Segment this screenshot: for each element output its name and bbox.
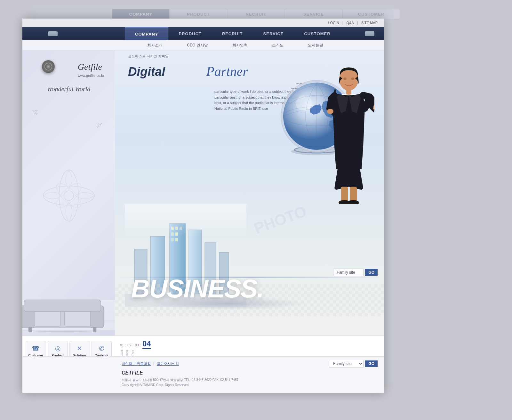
scroll-decor-left <box>48 31 58 36</box>
contents-icon: ✆ <box>99 344 104 352</box>
footer-address-text: 서울시 강남구 신사동 590-17번지 백승빌딩 TEL: 02-3446-8… <box>122 378 238 382</box>
footer-family-site-select[interactable]: Family site <box>329 360 364 368</box>
svg-point-47 <box>348 200 359 204</box>
sofa-area <box>22 294 115 335</box>
footer-go-button[interactable]: GO <box>365 360 378 367</box>
svg-point-4 <box>53 180 84 212</box>
svg-point-1 <box>43 186 94 205</box>
hero-digital-text: Digital <box>128 65 165 79</box>
num-sep-1: : <box>125 343 126 347</box>
family-site-bar: Family site GO <box>334 269 378 276</box>
bird-2: 🕊 <box>96 122 102 128</box>
sidebar-camera <box>42 60 55 73</box>
num-tab-03[interactable]: 03 <box>135 343 139 347</box>
footer-address: 서울시 강남구 신사동 590-17번지 백승빌딩 TEL: 02-3446-8… <box>122 377 378 388</box>
nav-company[interactable]: COMPANY <box>125 27 168 40</box>
solution-icon: ✕ <box>77 344 82 352</box>
sidebar-logo: Getfile <box>71 55 108 75</box>
svg-point-40 <box>343 77 347 80</box>
business-woman <box>320 60 378 204</box>
main-divider <box>115 277 384 278</box>
hero-heading: Digital Partner <box>128 60 248 79</box>
svg-rect-21 <box>171 238 174 241</box>
sidebar-logo-url: www.getfile.co.kr <box>71 74 108 77</box>
sub-nav: 회사소개 CEO 인사말 회사연혁 조직도 오시는길 <box>22 40 384 51</box>
sep1: | <box>342 21 343 25</box>
footer-link-privacy[interactable]: 개인정보 취급방침 <box>122 361 151 366</box>
footer-link-directions[interactable]: 찾아오시는 길 <box>157 361 179 366</box>
subnav-org[interactable]: 조직도 <box>269 41 286 49</box>
subnav-history[interactable]: 회사연혁 <box>230 41 250 49</box>
nav-recruit[interactable]: RECRUIT <box>212 27 253 40</box>
customer-icon: ☎ <box>32 344 40 352</box>
footer-family-site: Family site GO <box>329 360 378 368</box>
footer-link-sep: | <box>153 361 154 366</box>
num-sep-3: : <box>140 343 141 347</box>
subnav-company-intro[interactable]: 회사소개 <box>145 41 165 49</box>
svg-rect-42 <box>346 89 351 95</box>
scroll-decor-right <box>365 31 374 36</box>
sidebar-floral: 🕊 🕊 <box>22 96 115 295</box>
num-tab-04[interactable]: 04 <box>142 339 151 349</box>
svg-point-38 <box>296 95 312 111</box>
hero-korean-title: 필드베스트 디자인 계획일 <box>128 54 169 59</box>
num-tab-02[interactable]: 02 <box>127 343 131 347</box>
login-link[interactable]: LOGIN <box>328 21 339 25</box>
main-nav: COMPANY PRODUCT RECRUIT SERVICE CUSTOMER <box>22 27 384 40</box>
sitemap-link[interactable]: SITE MAP <box>361 21 378 25</box>
family-site-select[interactable]: Family site <box>334 269 364 276</box>
svg-point-2 <box>64 191 74 200</box>
footer: 개인정보 취급방침 | 찾아오시는 길 Family site GO GETFI… <box>22 356 384 393</box>
num-tab-01[interactable]: 01 <box>120 343 124 347</box>
svg-rect-12 <box>93 327 96 332</box>
svg-rect-10 <box>24 300 101 311</box>
nav-customer[interactable]: CUSTOMER <box>294 27 340 40</box>
nav-product[interactable]: PRODUCT <box>168 27 212 40</box>
platform-oval <box>147 297 307 310</box>
svg-rect-11 <box>28 327 32 332</box>
product-icon: ◎ <box>55 344 60 352</box>
svg-point-3 <box>53 180 84 212</box>
utility-bar: LOGIN | Q&A | SITE MAP <box>22 19 384 27</box>
svg-point-0 <box>59 170 78 221</box>
num-sep-2: : <box>133 343 134 347</box>
qa-link[interactable]: Q&A <box>347 21 354 25</box>
subnav-ceo[interactable]: CEO 인사말 <box>184 41 210 49</box>
svg-rect-22 <box>175 238 178 241</box>
sidebar-wonderful-world: Wonderful World <box>22 82 115 96</box>
sidebar: Getfile www.getfile.co.kr Wonderful Worl… <box>22 51 115 335</box>
family-site-go-button[interactable]: GO <box>365 269 378 276</box>
body-area: Getfile www.getfile.co.kr Wonderful Worl… <box>22 51 384 335</box>
nav-service[interactable]: SERVICE <box>253 27 294 40</box>
footer-logo: GETFILE <box>122 370 378 376</box>
bird-1: 🕊 <box>32 109 38 116</box>
footer-logo-g: G <box>122 370 125 376</box>
svg-rect-28 <box>125 204 246 236</box>
hero-area: 필드베스트 디자인 계획일 Digital Partner particular… <box>115 51 384 335</box>
svg-point-43 <box>327 109 333 114</box>
main-website: LOGIN | Q&A | SITE MAP COMPANY PRODUCT R… <box>22 19 384 393</box>
numbered-tabs-row: 01 : 02 : 03 : 04 <box>120 339 379 349</box>
subnav-location[interactable]: 오시는길 <box>305 41 326 49</box>
footer-copyright: Copy rightⓒ VITAMIND Corp. Rights Reserv… <box>122 383 188 387</box>
svg-point-13 <box>24 331 101 332</box>
hero-partner-text: Partner <box>206 64 248 79</box>
svg-point-41 <box>351 77 354 80</box>
sep2: | <box>357 21 358 25</box>
footer-links: 개인정보 취급방침 | 찾아오시는 길 <box>122 361 179 366</box>
